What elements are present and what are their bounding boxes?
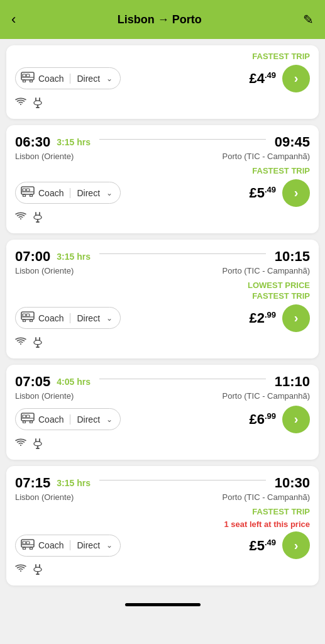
- duration-line-1: [99, 139, 266, 140]
- amenities-row-4: [15, 564, 310, 578]
- duration-3: 4:05 hrs: [57, 377, 91, 387]
- arrive-time-2: 10:15: [275, 248, 310, 265]
- station-row-4: Lisbon (Oriente) Porto (TIC - Campanhã): [15, 492, 310, 502]
- seat-warning-4: 1 seat left at this price: [15, 519, 310, 529]
- bottom-row-2: Coach Direct ⌄ £2.99 ›: [15, 304, 310, 332]
- duration-line-4: [99, 480, 266, 480]
- type-label-4: Direct: [77, 540, 100, 550]
- price-4: £5.49: [249, 538, 276, 553]
- svg-point-36: [23, 421, 26, 423]
- svg-rect-23: [23, 314, 26, 316]
- wifi-icon-3: [15, 438, 26, 452]
- go-button-0[interactable]: ›: [282, 65, 310, 92]
- operator-label-4: Coach: [38, 540, 63, 550]
- amenities-row-2: [15, 337, 310, 351]
- amenities-row-3: [15, 438, 310, 452]
- divider-1: [70, 188, 70, 198]
- page-title: Lisbon → Porto: [118, 13, 202, 26]
- svg-rect-45: [23, 541, 26, 544]
- bottom-row-3: Coach Direct ⌄ £6.99 ›: [15, 406, 310, 433]
- go-button-2[interactable]: ›: [282, 304, 310, 332]
- arrow-right-icon-4: ›: [294, 538, 299, 553]
- coach-tag-1[interactable]: Coach Direct ⌄: [15, 182, 121, 204]
- back-button[interactable]: ‹: [11, 11, 16, 28]
- arrow-right-icon-2: ›: [294, 311, 299, 325]
- svg-point-14: [23, 194, 26, 197]
- go-button-1[interactable]: ›: [282, 179, 310, 207]
- operator-label-0: Coach: [38, 74, 63, 84]
- trip-card-2: 07:00 3:15 hrs 10:15 Lisbon (Oriente) Po…: [6, 240, 319, 358]
- plug-icon-3: [33, 438, 43, 452]
- svg-rect-33: [21, 413, 34, 421]
- amenities-row-0: [15, 97, 310, 111]
- svg-point-48: [30, 547, 33, 550]
- badge-group-2: LOWEST PRICEFASTEST TRIP: [248, 280, 310, 302]
- badge-fastest-0-0: FASTEST TRIP: [252, 52, 310, 62]
- trip-card-4: 07:15 3:15 hrs 10:30 Lisbon (Oriente) Po…: [6, 466, 319, 586]
- station-row-1: Lisbon (Oriente) Porto (TIC - Campanhã): [15, 152, 310, 161]
- chevron-down-icon-0: ⌄: [106, 74, 113, 83]
- time-row-2: 07:00 3:15 hrs 10:15: [15, 248, 310, 265]
- type-label-1: Direct: [77, 188, 100, 198]
- edit-button[interactable]: ✎: [303, 12, 314, 27]
- arrive-time-3: 11:10: [275, 374, 310, 390]
- depart-time-3: 07:05: [15, 374, 50, 390]
- duration-line-3: [99, 379, 266, 379]
- divider-0: [70, 74, 70, 84]
- coach-tag-4[interactable]: Coach Direct ⌄: [15, 535, 121, 557]
- price-action-0: £4.49 ›: [249, 65, 310, 92]
- depart-station-3: Lisbon (Oriente): [15, 391, 74, 401]
- badges-row-1: FASTEST TRIP: [15, 166, 310, 177]
- price-2: £2.99: [249, 311, 276, 325]
- price-action-3: £6.99 ›: [249, 406, 310, 433]
- header: ‹ Lisbon → Porto ✎: [0, 0, 325, 39]
- chevron-down-icon-1: ⌄: [106, 189, 113, 197]
- svg-rect-12: [23, 189, 26, 191]
- operator-label-2: Coach: [38, 313, 63, 323]
- arrow-right-icon-3: ›: [294, 412, 299, 426]
- wifi-icon-0: [15, 97, 26, 111]
- arrive-station-3: Porto (TIC - Campanhã): [223, 391, 310, 401]
- svg-rect-19: [34, 215, 41, 219]
- svg-rect-44: [21, 540, 34, 547]
- price-action-4: £5.49 ›: [249, 531, 310, 559]
- home-bar: [125, 603, 201, 606]
- duration-4: 3:15 hrs: [57, 478, 91, 488]
- bottom-row-4: Coach Direct ⌄ £5.49 ›: [15, 531, 310, 559]
- arrow-right-icon-0: ›: [294, 71, 299, 86]
- svg-rect-1: [23, 74, 26, 77]
- type-label-0: Direct: [77, 74, 100, 84]
- go-button-4[interactable]: ›: [282, 531, 310, 559]
- arrive-station-2: Porto (TIC - Campanhã): [223, 266, 310, 275]
- duration-line-2: [99, 253, 266, 254]
- plug-icon-4: [33, 564, 43, 578]
- badge-fastest-2-1: FASTEST TRIP: [248, 291, 310, 302]
- svg-rect-22: [21, 312, 34, 319]
- bottom-row-0: Coach Direct ⌄ £4.49 ›: [15, 65, 310, 92]
- price-action-2: £2.99 ›: [249, 304, 310, 332]
- bus-icon-0: [21, 71, 35, 86]
- depart-station-4: Lisbon (Oriente): [15, 492, 74, 502]
- arrive-time-1: 09:45: [275, 134, 310, 150]
- go-button-3[interactable]: ›: [282, 406, 310, 433]
- badge-group-4: FASTEST TRIP: [252, 507, 310, 518]
- arrow-right-icon-1: ›: [294, 186, 299, 200]
- coach-tag-2[interactable]: Coach Direct ⌄: [15, 307, 121, 329]
- bus-icon-4: [21, 538, 35, 553]
- svg-rect-52: [34, 567, 41, 572]
- wifi-icon-2: [15, 337, 26, 351]
- time-row-1: 06:30 3:15 hrs 09:45: [15, 134, 310, 150]
- coach-tag-3[interactable]: Coach Direct ⌄: [15, 408, 121, 430]
- bus-icon-3: [21, 412, 35, 426]
- svg-point-3: [23, 80, 26, 82]
- badge-fastest-1-0: FASTEST TRIP: [252, 166, 310, 177]
- svg-rect-35: [26, 415, 30, 418]
- coach-tag-0[interactable]: Coach Direct ⌄: [15, 67, 121, 89]
- chevron-down-icon-2: ⌄: [106, 314, 113, 323]
- plug-icon-0: [33, 97, 43, 111]
- depart-time-2: 07:00: [15, 248, 50, 265]
- svg-rect-46: [26, 541, 30, 544]
- arrive-station-1: Porto (TIC - Campanhã): [223, 152, 310, 161]
- svg-rect-0: [21, 72, 34, 80]
- svg-point-4: [30, 80, 33, 82]
